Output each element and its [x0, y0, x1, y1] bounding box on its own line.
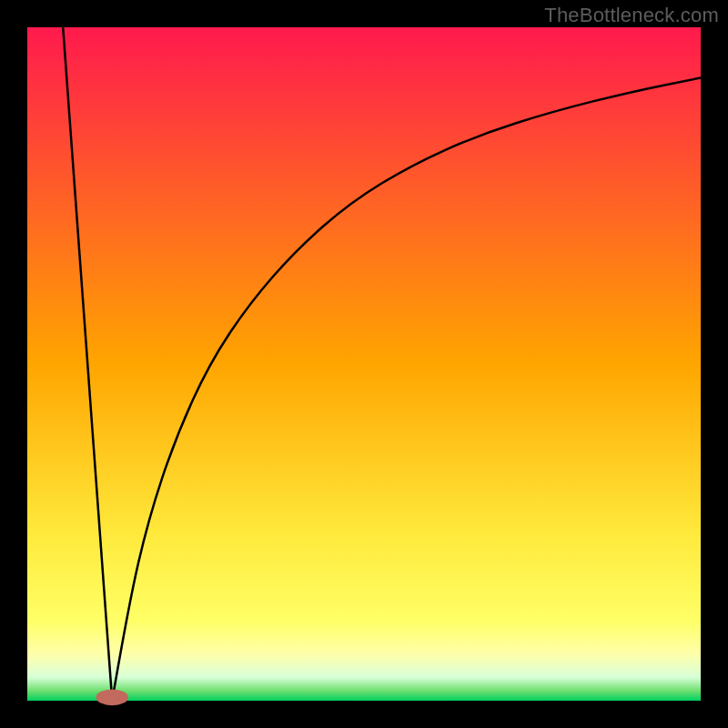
bottleneck-chart — [0, 0, 728, 728]
minimum-marker — [96, 689, 128, 705]
chart-frame: TheBottleneck.com — [0, 0, 728, 728]
watermark-text: TheBottleneck.com — [544, 4, 719, 27]
plot-background — [27, 27, 701, 701]
